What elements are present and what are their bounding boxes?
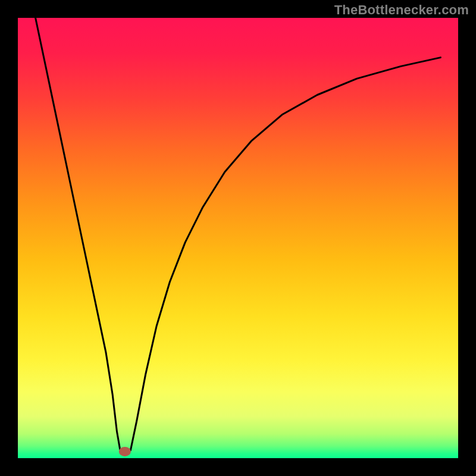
gradient-plot-area: [18, 18, 458, 458]
optimum-marker: [119, 447, 131, 456]
attribution-text: TheBottlenecker.com: [334, 2, 469, 18]
bottleneck-chart: [0, 0, 476, 476]
chart-container: TheBottlenecker.com: [0, 0, 476, 476]
